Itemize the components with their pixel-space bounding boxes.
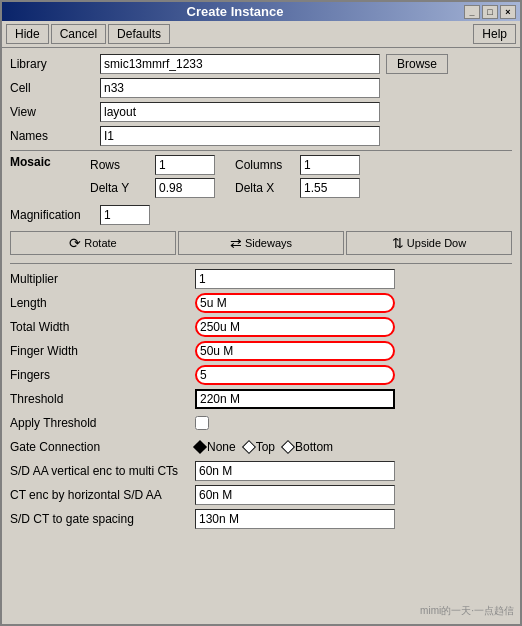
ct-enc-input[interactable] — [195, 485, 395, 505]
cell-label: Cell — [10, 81, 100, 95]
sd-aa-label: S/D AA vertical enc to multi CTs — [10, 464, 195, 478]
sd-ct-row: S/D CT to gate spacing — [10, 508, 512, 530]
apply-threshold-checkbox[interactable] — [195, 416, 209, 430]
cancel-button[interactable]: Cancel — [51, 24, 106, 44]
delta-x-label: Delta X — [235, 181, 300, 195]
rotate-icon: ⟳ — [69, 235, 81, 251]
library-input[interactable] — [100, 54, 380, 74]
delta-x-input[interactable] — [300, 178, 360, 198]
delta-y-input[interactable] — [155, 178, 215, 198]
names-label: Names — [10, 129, 100, 143]
magnification-input[interactable] — [100, 205, 150, 225]
none-radio-item: None — [195, 440, 236, 454]
view-input[interactable] — [100, 102, 380, 122]
gate-radio-group: None Top Bottom — [195, 440, 333, 454]
upside-down-label: Upside Dow — [407, 237, 466, 249]
sd-aa-row: S/D AA vertical enc to multi CTs — [10, 460, 512, 482]
total-width-label: Total Width — [10, 320, 195, 334]
multiplier-input[interactable] — [195, 269, 395, 289]
cell-input[interactable] — [100, 78, 380, 98]
top-radio-label[interactable]: Top — [256, 440, 275, 454]
sd-ct-label: S/D CT to gate spacing — [10, 512, 195, 526]
window-title: Create Instance — [6, 4, 464, 19]
mosaic-rows-row: Rows Columns — [90, 155, 360, 175]
none-radio-label[interactable]: None — [207, 440, 236, 454]
columns-input[interactable] — [300, 155, 360, 175]
threshold-label: Threshold — [10, 392, 195, 406]
title-buttons: _ □ × — [464, 5, 516, 19]
defaults-button[interactable]: Defaults — [108, 24, 170, 44]
bottom-radio-diamond — [281, 440, 295, 454]
sideways-button[interactable]: ⇄ Sideways — [178, 231, 344, 255]
browse-button[interactable]: Browse — [386, 54, 448, 74]
mosaic-delta-row: Delta Y Delta X — [90, 178, 360, 198]
help-button[interactable]: Help — [473, 24, 516, 44]
close-button[interactable]: × — [500, 5, 516, 19]
main-window: Create Instance _ □ × Hide Cancel Defaul… — [0, 0, 522, 626]
delta-x-group: Delta X — [235, 178, 360, 198]
library-label: Library — [10, 57, 100, 71]
bottom-radio-item: Bottom — [283, 440, 333, 454]
mosaic-label: Mosaic — [10, 155, 90, 169]
none-radio-diamond — [193, 440, 207, 454]
names-input[interactable] — [100, 126, 380, 146]
names-row: Names — [10, 126, 512, 146]
sideways-icon: ⇄ — [230, 235, 242, 251]
minimize-button[interactable]: _ — [464, 5, 480, 19]
fingers-row: Fingers — [10, 364, 512, 386]
delta-y-label: Delta Y — [90, 181, 155, 195]
sideways-label: Sideways — [245, 237, 292, 249]
ct-enc-label: CT enc by horizontal S/D AA — [10, 488, 195, 502]
maximize-button[interactable]: □ — [482, 5, 498, 19]
fingers-input[interactable] — [195, 365, 395, 385]
threshold-row: Threshold — [10, 388, 512, 410]
title-bar: Create Instance _ □ × — [2, 2, 520, 21]
view-label: View — [10, 105, 100, 119]
view-row: View — [10, 102, 512, 122]
ct-enc-row: CT enc by horizontal S/D AA — [10, 484, 512, 506]
magnification-label: Magnification — [10, 208, 100, 222]
top-radio-diamond — [242, 440, 256, 454]
content-area: Library Browse Cell View Names Mosaic — [2, 48, 520, 624]
apply-threshold-row: Apply Threshold — [10, 412, 512, 434]
apply-threshold-label: Apply Threshold — [10, 416, 195, 430]
upside-down-icon: ⇅ — [392, 235, 404, 251]
length-input[interactable] — [195, 293, 395, 313]
rotate-section: ⟳ Rotate ⇄ Sideways ⇅ Upside Dow — [10, 231, 512, 255]
threshold-input[interactable] — [195, 389, 395, 409]
gate-connection-row: Gate Connection None Top Bottom — [10, 436, 512, 458]
mosaic-grid: Rows Columns Delta Y Delta X — [90, 155, 360, 201]
finger-width-label: Finger Width — [10, 344, 195, 358]
library-row: Library Browse — [10, 54, 512, 74]
sd-ct-input[interactable] — [195, 509, 395, 529]
fingers-label: Fingers — [10, 368, 195, 382]
cell-row: Cell — [10, 78, 512, 98]
finger-width-input[interactable] — [195, 341, 395, 361]
finger-width-row: Finger Width — [10, 340, 512, 362]
columns-group: Columns — [235, 155, 360, 175]
length-row: Length — [10, 292, 512, 314]
rotate-label: Rotate — [84, 237, 116, 249]
toolbar: Hide Cancel Defaults Help — [2, 21, 520, 48]
top-radio-item: Top — [244, 440, 275, 454]
upside-down-button[interactable]: ⇅ Upside Dow — [346, 231, 512, 255]
hide-button[interactable]: Hide — [6, 24, 49, 44]
columns-label: Columns — [235, 158, 300, 172]
length-label: Length — [10, 296, 195, 310]
magnification-row: Magnification — [10, 205, 512, 225]
bottom-radio-label[interactable]: Bottom — [295, 440, 333, 454]
total-width-row: Total Width — [10, 316, 512, 338]
total-width-input[interactable] — [195, 317, 395, 337]
rows-input[interactable] — [155, 155, 215, 175]
multiplier-row: Multiplier — [10, 268, 512, 290]
mosaic-section: Mosaic Rows Columns Delta Y — [10, 155, 512, 201]
rotate-button[interactable]: ⟳ Rotate — [10, 231, 176, 255]
watermark: mimi的一天·一点趋信 — [420, 604, 514, 618]
gate-connection-label: Gate Connection — [10, 440, 195, 454]
multiplier-label: Multiplier — [10, 272, 195, 286]
rows-label: Rows — [90, 158, 155, 172]
sd-aa-input[interactable] — [195, 461, 395, 481]
